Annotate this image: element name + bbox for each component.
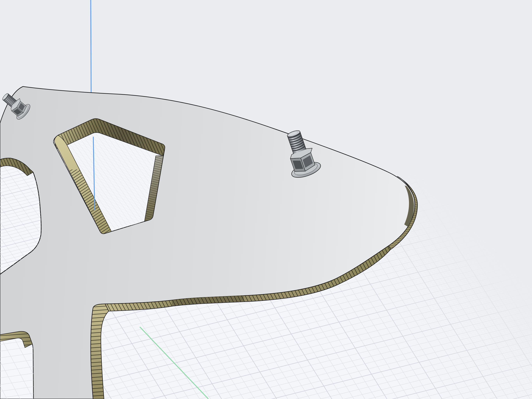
cad-canvas[interactable] bbox=[0, 0, 532, 399]
z-axis-line-upper[interactable] bbox=[91, 0, 91, 93]
3d-viewport[interactable] bbox=[0, 0, 532, 399]
